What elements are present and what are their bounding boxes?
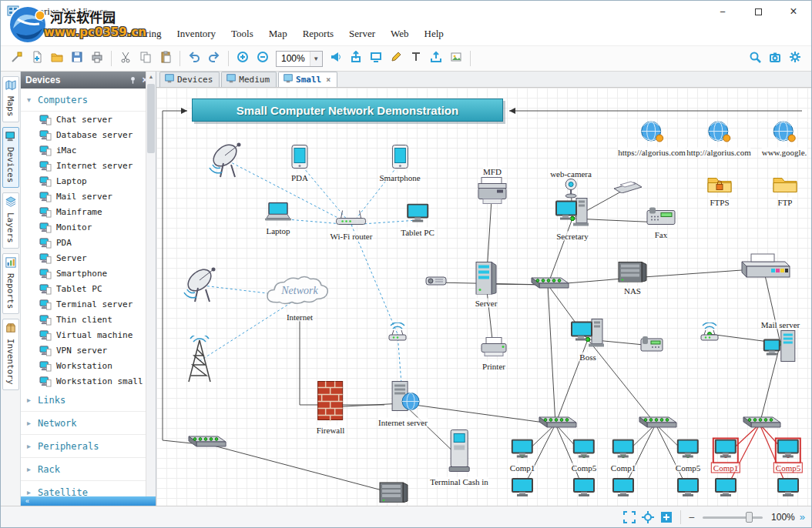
- edit-button[interactable]: [386, 49, 406, 68]
- map-node-switch1[interactable]: [525, 276, 570, 293]
- devices-panel-scrollbar[interactable]: ▲ ▼: [146, 72, 156, 506]
- map-node-wifiap[interactable]: [386, 322, 409, 346]
- map-node-ftp[interactable]: FTP: [772, 174, 798, 207]
- network-map-canvas[interactable]: Small Computer Network Demonstration PDA…: [156, 88, 811, 506]
- zoom-select[interactable]: 100%▼: [276, 51, 323, 67]
- map-node-laptop[interactable]: Laptop: [263, 202, 293, 236]
- paste-button[interactable]: [156, 49, 176, 68]
- menu-map[interactable]: Map: [261, 25, 295, 43]
- map-node-terminalcash[interactable]: Terminal Cash in: [430, 429, 488, 486]
- sidebar-tab-maps[interactable]: Maps: [2, 76, 19, 122]
- map-node-printer[interactable]: Printer: [478, 336, 509, 371]
- device-type-workstation-small[interactable]: Workstation small: [21, 373, 146, 389]
- device-type-pda[interactable]: PDA: [21, 235, 146, 250]
- zoomin-button[interactable]: [233, 49, 253, 68]
- map-node-darkdev[interactable]: [378, 481, 409, 506]
- new-button[interactable]: [27, 49, 47, 68]
- device-type-vpn-server[interactable]: VPN server: [21, 343, 146, 358]
- map-node-secretary[interactable]: Secretary: [555, 197, 590, 241]
- chevron-right-icon[interactable]: ▸: [27, 488, 38, 496]
- cut-button[interactable]: [116, 49, 136, 68]
- map-node-tower[interactable]: [184, 336, 215, 386]
- map-tab-devices[interactable]: Devices: [159, 72, 220, 87]
- device-type-monitor[interactable]: Monitor: [21, 219, 146, 235]
- device-group-computers[interactable]: ▾Computers: [21, 89, 146, 112]
- device-group-links[interactable]: ▸Links: [21, 389, 146, 412]
- device-type-smartphone[interactable]: Smartphone: [21, 266, 146, 281]
- map-node-cloud[interactable]: NetworkInternet: [263, 273, 337, 322]
- map-node-faxtop[interactable]: [612, 179, 643, 196]
- map-node-switchbl[interactable]: [183, 435, 227, 452]
- chevron-right-icon[interactable]: ▸: [27, 465, 38, 473]
- map-node-comp5a[interactable]: Comp5: [572, 439, 596, 473]
- map-node-firewall[interactable]: Firewall: [317, 380, 345, 435]
- text-button[interactable]: [406, 49, 426, 68]
- upload-button[interactable]: [426, 49, 446, 68]
- map-node-m6[interactable]: [777, 478, 800, 501]
- map-node-ftps[interactable]: FTPS: [706, 174, 733, 207]
- map-node-switchbr[interactable]: [633, 416, 678, 433]
- map-node-comp5c[interactable]: Comp5: [774, 439, 802, 473]
- map-node-m4[interactable]: [676, 478, 700, 501]
- fit-screen-icon[interactable]: [620, 509, 639, 526]
- center-map-icon[interactable]: [639, 509, 657, 526]
- chevron-down-icon[interactable]: ▼: [310, 52, 322, 66]
- copy-button[interactable]: [136, 49, 156, 68]
- device-type-terminal-server[interactable]: Terminal server: [21, 296, 146, 312]
- chevron-right-icon[interactable]: ▸: [27, 396, 38, 404]
- device-type-workstation[interactable]: Workstation: [21, 358, 146, 373]
- sidebar-tab-layers[interactable]: Layers: [2, 192, 19, 249]
- chevron-down-icon[interactable]: ▾: [27, 95, 38, 104]
- scroll-thumb[interactable]: [147, 84, 155, 153]
- magic-button[interactable]: [7, 49, 27, 68]
- menu-monitoring[interactable]: Monitoring: [108, 25, 169, 43]
- device-type-mainframe[interactable]: Mainframe: [21, 204, 146, 219]
- map-node-mailserver[interactable]: Mail server: [761, 319, 800, 368]
- map-node-smartphone[interactable]: Smartphone: [379, 145, 420, 182]
- map-node-m5[interactable]: [714, 478, 737, 501]
- map-node-boss[interactable]: Boss: [570, 318, 606, 362]
- announce-button[interactable]: [326, 49, 346, 68]
- device-type-chat-server[interactable]: Chat server: [21, 112, 146, 127]
- map-title-banner[interactable]: Small Computer Network Demonstration: [192, 99, 503, 122]
- device-type-imac[interactable]: iMac: [21, 142, 146, 158]
- map-node-m2[interactable]: [572, 478, 596, 501]
- close-button[interactable]: ×: [776, 1, 811, 22]
- map-node-globe1[interactable]: https://algorius.com: [618, 121, 686, 157]
- map-node-m1[interactable]: [511, 478, 534, 501]
- pin-icon[interactable]: [126, 74, 139, 86]
- map-node-switchfr[interactable]: [737, 416, 782, 433]
- menu-server[interactable]: Server: [341, 25, 383, 43]
- menu-edit[interactable]: Edit: [39, 25, 72, 43]
- map-node-nas[interactable]: NAS: [617, 261, 648, 296]
- map-tab-small[interactable]: Small×: [278, 72, 337, 87]
- device-type-virtual-machine[interactable]: Virtual machine: [21, 327, 146, 343]
- minimize-button[interactable]: −: [705, 1, 740, 22]
- device-group-rack[interactable]: ▸Rack: [21, 458, 146, 481]
- chevron-right-icon[interactable]: ▸: [27, 419, 38, 427]
- map-node-mfd[interactable]: MFD: [475, 166, 509, 210]
- map-node-comp5b[interactable]: Comp5: [676, 439, 700, 473]
- device-type-database-server[interactable]: Database server: [21, 127, 146, 142]
- undo-button[interactable]: [184, 49, 204, 68]
- map-node-globe2[interactable]: http://algorius.com: [686, 121, 750, 157]
- menu-view[interactable]: View: [72, 25, 108, 43]
- map-node-tabletpc[interactable]: Tablet PC: [401, 204, 435, 237]
- menu-web[interactable]: Web: [383, 25, 417, 43]
- menu-tools[interactable]: Tools: [223, 25, 261, 43]
- map-node-satellite2[interactable]: [183, 265, 223, 306]
- save-button[interactable]: [67, 49, 87, 68]
- map-node-internetserver[interactable]: Internet server: [378, 380, 428, 427]
- close-tab-icon[interactable]: ×: [326, 75, 331, 84]
- device-type-server[interactable]: Server: [21, 250, 146, 266]
- zoom-slider[interactable]: [703, 512, 763, 523]
- map-node-server[interactable]: Server: [475, 261, 498, 308]
- chevron-right-icon[interactable]: ▸: [27, 442, 38, 450]
- menu-help[interactable]: Help: [417, 25, 451, 43]
- map-node-comp1c[interactable]: Comp1: [712, 439, 740, 473]
- device-type-thin-client[interactable]: Thin client: [21, 312, 146, 327]
- map-node-comp1b[interactable]: Comp1: [611, 439, 636, 473]
- redo-button[interactable]: [204, 49, 224, 68]
- statusbar-more-icon[interactable]: »: [800, 511, 805, 523]
- sidebar-tab-reports[interactable]: Reports: [2, 253, 19, 314]
